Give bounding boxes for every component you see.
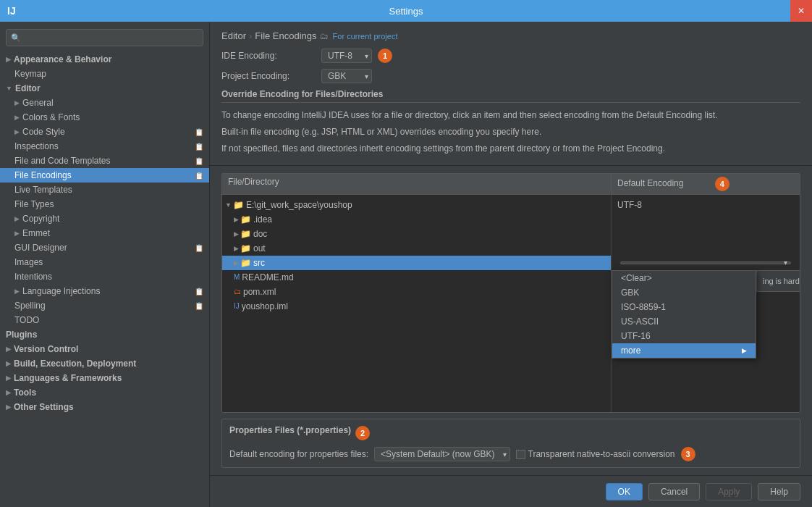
sidebar-item-intentions[interactable]: Intentions xyxy=(0,269,209,284)
help-button[interactable]: Help xyxy=(758,483,800,500)
file-xml-icon: 🗂 xyxy=(234,288,241,296)
properties-encoding-dropdown[interactable]: <System Default> (now GBK) xyxy=(374,447,509,461)
main-layout: 🔍 ▶ Appearance & Behavior Keymap ▼ Edito… xyxy=(0,22,812,507)
popup-item-utf16[interactable]: UTF-16 xyxy=(612,329,756,343)
tree-row[interactable]: ▶ 📁 src xyxy=(222,256,611,270)
encoding-dropdown[interactable] xyxy=(620,261,791,264)
tree-item-label: doc xyxy=(253,229,267,239)
sidebar-item-code-style[interactable]: ▶ Code Style 📋 xyxy=(0,125,209,139)
sidebar-item-label: Code Style xyxy=(22,127,65,137)
encoding-note: ing is hard-coded in the ... module file… xyxy=(756,270,800,293)
content-panel: Editor › File Encodings 🗂 For current pr… xyxy=(210,22,812,507)
override-section: Override Encoding for Files/Directories … xyxy=(221,89,800,156)
sidebar-item-label: Appearance & Behavior xyxy=(14,54,111,64)
sidebar-item-todo[interactable]: TODO xyxy=(0,313,209,327)
default-enc-label: Default encoding for properties files: xyxy=(229,449,368,459)
badge-4: 4 xyxy=(715,177,729,191)
sidebar-item-plugins[interactable]: Plugins xyxy=(0,327,209,342)
sidebar-item-build-exec-deploy[interactable]: ▶ Build, Execution, Deployment xyxy=(0,356,209,371)
sidebar-item-gui-designer[interactable]: GUI Designer 📋 xyxy=(0,240,209,255)
sidebar-item-tools[interactable]: ▶ Tools xyxy=(0,385,209,400)
sidebar-item-live-templates[interactable]: Live Templates xyxy=(0,183,209,197)
sidebar-item-colors-fonts[interactable]: ▶ Colors & Fonts xyxy=(0,110,209,125)
cancel-button[interactable]: Cancel xyxy=(648,483,700,500)
window-title: Settings xyxy=(389,6,423,17)
arrow-icon: ▶ xyxy=(6,374,11,382)
arrow-icon: ▶ xyxy=(6,389,11,396)
sidebar-item-label: Build, Execution, Deployment xyxy=(14,359,136,369)
enc-value: UTF-8 xyxy=(612,198,800,212)
badge-3: 3 xyxy=(681,447,695,461)
breadcrumb: Editor › File Encodings 🗂 For current pr… xyxy=(221,30,800,41)
close-button[interactable]: ✕ xyxy=(790,0,812,22)
sidebar-item-label: Inspections xyxy=(14,141,59,151)
arrow-icon: ▶ xyxy=(6,403,11,411)
enc-value xyxy=(612,227,800,241)
sidebar-item-appearance[interactable]: ▶ Appearance & Behavior xyxy=(0,52,209,67)
sidebar-item-version-control[interactable]: ▶ Version Control xyxy=(0,342,209,356)
folder-icon: 📁 xyxy=(240,229,251,239)
tree-row[interactable]: IJ youshop.iml xyxy=(222,299,611,314)
sidebar-item-label: TODO xyxy=(14,315,39,325)
arrow-icon: ▶ xyxy=(14,215,20,222)
popup-item-clear[interactable]: <Clear> xyxy=(612,271,756,285)
tree-item-label: out xyxy=(253,243,266,254)
native-ascii-checkbox[interactable] xyxy=(516,450,525,459)
tree-row[interactable]: ▶ 📁 out xyxy=(222,241,611,256)
sidebar-item-language-injections[interactable]: ▶ Language Injections 📋 xyxy=(0,284,209,298)
sidebar-item-languages-frameworks[interactable]: ▶ Languages & Frameworks xyxy=(0,371,209,385)
tree-item-label: .idea xyxy=(253,214,272,225)
sidebar-item-copyright[interactable]: ▶ Copyright xyxy=(0,211,209,226)
badge-2: 2 xyxy=(355,426,370,440)
nav-tree: ▶ Appearance & Behavior Keymap ▼ Editor … xyxy=(0,52,209,507)
popup-item-gbk[interactable]: GBK xyxy=(612,285,756,300)
sidebar-item-file-encodings[interactable]: File Encodings 📋 xyxy=(0,168,209,183)
breadcrumb-editor: Editor xyxy=(221,30,246,41)
enc-dropdown-container: <Clear> GBK ISO-8859-1 US-ASCII UTF-16 m… xyxy=(612,256,800,270)
app-icon: IJ xyxy=(7,5,16,17)
sidebar-item-other-settings[interactable]: ▶ Other Settings xyxy=(0,400,209,414)
default-enc-header: Default Encoding 4 xyxy=(612,174,800,194)
badge-icon: 📋 xyxy=(195,128,203,136)
badge-1: 1 xyxy=(378,49,392,63)
sidebar-item-file-types[interactable]: File Types xyxy=(0,197,209,211)
sidebar-item-inspections[interactable]: Inspections 📋 xyxy=(0,139,209,154)
tree-row[interactable]: 🗂 pom.xml xyxy=(222,285,611,299)
popup-item-iso[interactable]: ISO-8859-1 xyxy=(612,300,756,314)
tree-row[interactable]: ▶ 📁 doc xyxy=(222,227,611,241)
footer: OK Cancel Apply Help xyxy=(210,475,812,507)
search-box[interactable]: 🔍 xyxy=(6,29,203,46)
sidebar-item-keymap[interactable]: Keymap xyxy=(0,67,209,81)
project-encoding-row: Project Encoding: GBK xyxy=(221,69,800,83)
ok-button[interactable]: OK xyxy=(606,483,643,500)
project-encoding-dropdown[interactable]: GBK xyxy=(321,69,372,83)
folder-icon: 📁 xyxy=(240,243,251,254)
sidebar-item-label: Images xyxy=(14,257,43,267)
tree-item-label: E:\git_work_space\youshop xyxy=(246,200,352,210)
file-table-header: File/Directory Default Encoding 4 xyxy=(222,174,800,195)
enc-value xyxy=(612,241,800,256)
project-link[interactable]: For current project xyxy=(333,32,398,41)
ide-encoding-dropdown[interactable]: UTF-8 xyxy=(321,49,372,63)
sidebar-item-label: Tools xyxy=(14,387,36,398)
sidebar-item-spelling[interactable]: Spelling 📋 xyxy=(0,298,209,313)
tree-row[interactable]: ▶ 📁 .idea xyxy=(222,212,611,227)
sidebar-item-images[interactable]: Images xyxy=(0,255,209,269)
search-icon: 🔍 xyxy=(11,33,21,43)
file-table-body: ▼ 📁 E:\git_work_space\youshop ▶ 📁 .idea xyxy=(222,195,800,412)
apply-button[interactable]: Apply xyxy=(706,483,752,500)
popup-item-more[interactable]: more xyxy=(612,343,756,358)
tree-row[interactable]: ▼ 📁 E:\git_work_space\youshop xyxy=(222,198,611,212)
sidebar-item-file-code-templates[interactable]: File and Code Templates 📋 xyxy=(0,154,209,168)
popup-item-usascii[interactable]: US-ASCII xyxy=(612,314,756,329)
tree-item-label: src xyxy=(253,258,265,268)
override-title: Override Encoding for Files/Directories xyxy=(221,89,800,103)
tree-row[interactable]: M README.md xyxy=(222,270,611,285)
sidebar-item-editor[interactable]: ▼ Editor xyxy=(0,81,209,96)
sidebar-item-general[interactable]: ▶ General xyxy=(0,96,209,110)
sidebar-item-emmet[interactable]: ▶ Emmet xyxy=(0,226,209,240)
arrow-icon: ▶ xyxy=(6,345,11,353)
sidebar-item-label: Emmet xyxy=(22,228,50,238)
breadcrumb-file-encodings: File Encodings xyxy=(255,30,316,41)
sidebar-item-label: Colors & Fonts xyxy=(22,112,80,122)
